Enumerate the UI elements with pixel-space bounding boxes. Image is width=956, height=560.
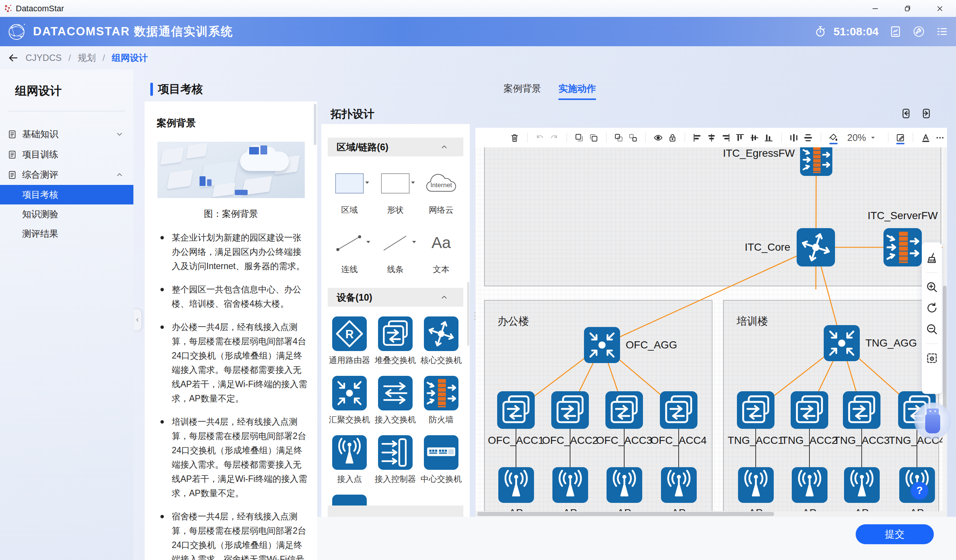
- node-agg[interactable]: [824, 325, 860, 361]
- node-core[interactable]: [797, 228, 835, 266]
- node-ap[interactable]: [844, 467, 880, 503]
- fill-color-button[interactable]: [826, 130, 841, 145]
- canvas-vertical-scrollbar[interactable]: [942, 147, 947, 511]
- restore-button[interactable]: [892, 0, 924, 17]
- node-label: OFC_ACC4: [651, 434, 706, 447]
- palette-section-header[interactable]: 区域/链路(6): [328, 138, 463, 156]
- back-arrow-icon[interactable]: [8, 52, 19, 63]
- canvas-horizontal-scrollbar[interactable]: [475, 511, 947, 517]
- sidebar-item[interactable]: 项目训练: [0, 144, 134, 165]
- sidebar-item[interactable]: 综合测评: [0, 165, 134, 185]
- palette-item-cloud[interactable]: Internet 网络云: [418, 166, 464, 216]
- node-ap[interactable]: [552, 467, 588, 503]
- align-left-button[interactable]: [690, 130, 704, 145]
- node-ap[interactable]: [792, 467, 827, 503]
- palette-section-header[interactable]: 设备(10): [328, 288, 463, 307]
- close-button[interactable]: [924, 0, 956, 17]
- node-stack[interactable]: [660, 391, 697, 429]
- tools-icon[interactable]: [912, 25, 925, 38]
- palette-scrollbar[interactable]: [467, 282, 469, 346]
- palette-item-region[interactable]: 区域: [327, 166, 373, 216]
- tab-inactive[interactable]: 案例背景: [503, 82, 541, 100]
- report-icon[interactable]: [889, 25, 902, 38]
- node-agg[interactable]: [584, 327, 620, 363]
- palette-item-ap[interactable]: 接入点: [327, 435, 373, 485]
- screenshot-button[interactable]: [926, 352, 938, 365]
- breadcrumb-item[interactable]: 规划: [78, 53, 96, 63]
- undo-button[interactable]: [533, 130, 547, 145]
- zoom-level-select[interactable]: 20%: [848, 132, 876, 143]
- palette-item-connector[interactable]: 连线: [327, 225, 373, 275]
- usb-drive-icon[interactable]: [914, 403, 951, 439]
- dist-v-button[interactable]: [801, 130, 816, 145]
- sidebar-subitem[interactable]: 测评结果: [0, 224, 134, 244]
- dup-front-button[interactable]: [572, 130, 586, 145]
- sidebar-collapse-handle[interactable]: [134, 309, 142, 331]
- node-firewall[interactable]: [800, 147, 832, 176]
- more-button[interactable]: [933, 130, 947, 145]
- palette-item-access[interactable]: 接入交换机: [373, 376, 418, 425]
- align-top-button[interactable]: [733, 130, 747, 145]
- align-center-v-button[interactable]: [747, 130, 762, 145]
- palette-item-core[interactable]: 核心交换机: [418, 316, 464, 366]
- breadcrumb-item[interactable]: CJYDCS: [25, 53, 61, 63]
- topology-link[interactable]: [602, 247, 816, 345]
- palette-item-text[interactable]: Aa 文本: [418, 225, 464, 275]
- menu-list-icon[interactable]: [936, 25, 948, 38]
- node-stack[interactable]: [551, 391, 589, 429]
- lock-button[interactable]: [665, 130, 679, 145]
- node-stack[interactable]: [791, 391, 828, 429]
- panel-next-icon[interactable]: [920, 107, 932, 120]
- zoom-out-button[interactable]: [926, 323, 938, 336]
- palette-item-plain-line[interactable]: 线条: [373, 225, 418, 275]
- help-button[interactable]: ?: [911, 482, 928, 499]
- document-icon: [8, 170, 17, 180]
- font-color-button[interactable]: [918, 130, 933, 145]
- panel-prev-icon[interactable]: [900, 107, 912, 120]
- node-stack[interactable]: [497, 391, 535, 429]
- palette-item-centersw[interactable]: 中心交换机: [418, 435, 464, 485]
- edit-style-button[interactable]: [893, 130, 907, 145]
- node-ap[interactable]: [607, 467, 642, 503]
- submit-button[interactable]: 提交: [856, 524, 934, 544]
- broom-button[interactable]: [926, 252, 938, 264]
- minimize-button[interactable]: [859, 0, 892, 17]
- align-bottom-button[interactable]: [762, 130, 776, 145]
- palette-item-firewall[interactable]: 防火墙: [418, 376, 464, 425]
- node-ap[interactable]: [498, 467, 534, 503]
- palette-item-agg[interactable]: 汇聚交换机: [327, 376, 373, 425]
- eye-button[interactable]: [651, 130, 665, 145]
- palette-item-router[interactable]: R 通用路由器: [327, 316, 373, 366]
- zoom-in-button[interactable]: [926, 281, 938, 294]
- node-firewall[interactable]: [884, 228, 922, 266]
- tab-active[interactable]: 实施动作: [558, 82, 596, 100]
- node-stack[interactable]: [843, 391, 881, 429]
- palette-item-stack[interactable]: 堆叠交换机: [373, 316, 418, 366]
- node-stack[interactable]: [605, 391, 643, 429]
- ungroup-button[interactable]: [626, 130, 640, 145]
- dup-back-button[interactable]: [586, 130, 601, 145]
- dist-h-button[interactable]: [787, 130, 801, 145]
- node-ap[interactable]: [738, 467, 774, 503]
- breadcrumb-item[interactable]: 组网设计: [112, 53, 148, 63]
- group-button[interactable]: [612, 130, 626, 145]
- sidebar-subitem[interactable]: 知识测验: [0, 204, 134, 224]
- case-panel-scrollbar[interactable]: [314, 104, 316, 145]
- node-stack[interactable]: [737, 391, 775, 429]
- reset-button[interactable]: [926, 302, 938, 315]
- sidebar-item[interactable]: 基础知识: [0, 124, 134, 144]
- topology-canvas[interactable]: 办公楼培训楼 ITC_EgressFWITC_CoreITC_ServerFWO…: [475, 147, 947, 511]
- window-title: DatacomStar: [16, 4, 64, 14]
- align-center-h-button[interactable]: [704, 130, 719, 145]
- sidebar-subitem[interactable]: 项目考核: [0, 185, 134, 204]
- connector-icon: [334, 225, 365, 260]
- align-right-button[interactable]: [719, 130, 733, 145]
- node-ap[interactable]: [661, 467, 697, 503]
- panel-splitter-handle[interactable]: ⋮: [470, 314, 474, 318]
- topology-link[interactable]: [816, 158, 816, 289]
- palette-item-ac[interactable]: 接入控制器: [373, 435, 418, 485]
- trash-button[interactable]: [508, 130, 522, 145]
- redo-button[interactable]: [547, 130, 561, 145]
- palette-item-shape[interactable]: 形状: [373, 166, 418, 216]
- palette-collapsed-section[interactable]: [328, 505, 463, 517]
